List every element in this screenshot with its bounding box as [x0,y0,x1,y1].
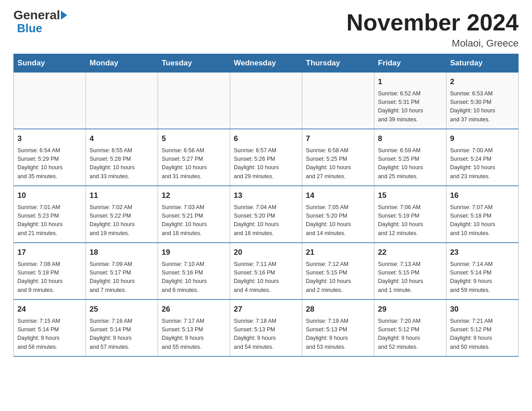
day-number: 20 [234,247,298,258]
day-number: 11 [90,190,154,201]
day-number: 27 [234,304,298,315]
day-number: 6 [234,133,298,145]
day-number: 16 [450,190,515,201]
cell-info: Sunrise: 6:55 AM Sunset: 5:28 PM Dayligh… [90,146,154,181]
day-number: 10 [17,190,82,201]
calendar-cell: 14Sunrise: 7:05 AM Sunset: 5:20 PM Dayli… [302,186,374,243]
day-number: 12 [162,190,226,201]
day-number: 26 [162,304,226,315]
day-number: 7 [306,133,370,145]
cell-info: Sunrise: 7:21 AM Sunset: 5:12 PM Dayligh… [450,317,515,352]
calendar-cell: 26Sunrise: 7:17 AM Sunset: 5:13 PM Dayli… [158,300,230,356]
logo: General [13,9,67,21]
calendar-cell: 29Sunrise: 7:20 AM Sunset: 5:12 PM Dayli… [374,300,446,356]
day-number: 19 [162,247,226,258]
header: General Blue November 2024 Molaoi, Greec… [13,9,519,49]
calendar-cell: 5Sunrise: 6:56 AM Sunset: 5:27 PM Daylig… [158,129,230,186]
calendar-cell: 10Sunrise: 7:01 AM Sunset: 5:23 PM Dayli… [14,186,86,243]
day-number: 9 [450,133,515,145]
calendar-cell: 8Sunrise: 6:59 AM Sunset: 5:25 PM Daylig… [374,129,446,186]
title-area: November 2024 Molaoi, Greece [347,9,519,49]
col-monday: Monday [86,54,158,73]
cell-info: Sunrise: 7:14 AM Sunset: 5:14 PM Dayligh… [450,260,515,295]
logo-blue-text: Blue [17,21,42,35]
col-saturday: Saturday [446,54,519,73]
calendar-cell: 11Sunrise: 7:02 AM Sunset: 5:22 PM Dayli… [86,186,158,243]
cell-info: Sunrise: 7:19 AM Sunset: 5:13 PM Dayligh… [306,317,370,352]
cell-info: Sunrise: 6:53 AM Sunset: 5:30 PM Dayligh… [450,90,515,124]
col-friday: Friday [374,54,446,73]
cell-info: Sunrise: 7:06 AM Sunset: 5:19 PM Dayligh… [378,203,442,238]
cell-info: Sunrise: 7:02 AM Sunset: 5:22 PM Dayligh… [90,203,154,238]
calendar-cell: 16Sunrise: 7:07 AM Sunset: 5:18 PM Dayli… [446,186,519,243]
calendar-table: Sunday Monday Tuesday Wednesday Thursday… [13,54,519,357]
cell-info: Sunrise: 6:57 AM Sunset: 5:26 PM Dayligh… [234,146,298,181]
calendar-cell: 24Sunrise: 7:15 AM Sunset: 5:14 PM Dayli… [14,300,86,356]
day-number: 3 [17,133,82,145]
calendar-cell: 21Sunrise: 7:12 AM Sunset: 5:15 PM Dayli… [302,243,374,300]
day-number: 8 [378,133,442,145]
cell-info: Sunrise: 7:01 AM Sunset: 5:23 PM Dayligh… [17,203,82,238]
calendar-title: November 2024 [347,9,519,36]
calendar-cell: 13Sunrise: 7:04 AM Sunset: 5:20 PM Dayli… [230,186,302,243]
calendar-cell [86,73,158,129]
calendar-cell: 27Sunrise: 7:18 AM Sunset: 5:13 PM Dayli… [230,300,302,356]
day-number: 21 [306,247,370,258]
calendar-week-row: 17Sunrise: 7:08 AM Sunset: 5:18 PM Dayli… [14,243,519,300]
day-number: 25 [90,304,154,315]
calendar-cell: 6Sunrise: 6:57 AM Sunset: 5:26 PM Daylig… [230,129,302,186]
day-number: 22 [378,247,442,258]
calendar-week-row: 24Sunrise: 7:15 AM Sunset: 5:14 PM Dayli… [14,300,519,356]
calendar-cell: 19Sunrise: 7:10 AM Sunset: 5:16 PM Dayli… [158,243,230,300]
cell-info: Sunrise: 7:13 AM Sunset: 5:15 PM Dayligh… [378,260,442,295]
day-number: 23 [450,247,515,258]
cell-info: Sunrise: 6:56 AM Sunset: 5:27 PM Dayligh… [162,146,226,181]
cell-info: Sunrise: 6:54 AM Sunset: 5:29 PM Dayligh… [17,146,82,181]
calendar-cell: 23Sunrise: 7:14 AM Sunset: 5:14 PM Dayli… [446,243,519,300]
cell-info: Sunrise: 7:04 AM Sunset: 5:20 PM Dayligh… [234,203,298,238]
day-number: 14 [306,190,370,201]
calendar-week-row: 10Sunrise: 7:01 AM Sunset: 5:23 PM Dayli… [14,186,519,243]
cell-info: Sunrise: 7:10 AM Sunset: 5:16 PM Dayligh… [162,260,226,295]
cell-info: Sunrise: 7:16 AM Sunset: 5:14 PM Dayligh… [90,317,154,352]
col-sunday: Sunday [14,54,86,73]
col-tuesday: Tuesday [158,54,230,73]
calendar-cell: 25Sunrise: 7:16 AM Sunset: 5:14 PM Dayli… [86,300,158,356]
day-number: 4 [90,133,154,145]
calendar-header-row: Sunday Monday Tuesday Wednesday Thursday… [14,54,519,73]
cell-info: Sunrise: 7:09 AM Sunset: 5:17 PM Dayligh… [90,260,154,295]
logo-arrow-icon [61,11,67,20]
cell-info: Sunrise: 6:59 AM Sunset: 5:25 PM Dayligh… [378,146,442,181]
calendar-cell [158,73,230,129]
calendar-cell: 17Sunrise: 7:08 AM Sunset: 5:18 PM Dayli… [14,243,86,300]
calendar-cell: 28Sunrise: 7:19 AM Sunset: 5:13 PM Dayli… [302,300,374,356]
cell-info: Sunrise: 6:52 AM Sunset: 5:31 PM Dayligh… [378,90,442,124]
cell-info: Sunrise: 7:03 AM Sunset: 5:21 PM Dayligh… [162,203,226,238]
cell-info: Sunrise: 7:20 AM Sunset: 5:12 PM Dayligh… [378,317,442,352]
day-number: 18 [90,247,154,258]
day-number: 30 [450,304,515,315]
calendar-cell: 9Sunrise: 7:00 AM Sunset: 5:24 PM Daylig… [446,129,519,186]
cell-info: Sunrise: 7:08 AM Sunset: 5:18 PM Dayligh… [17,260,82,295]
cell-info: Sunrise: 7:15 AM Sunset: 5:14 PM Dayligh… [17,317,82,352]
calendar-cell: 1Sunrise: 6:52 AM Sunset: 5:31 PM Daylig… [374,73,446,129]
cell-info: Sunrise: 7:00 AM Sunset: 5:24 PM Dayligh… [450,146,515,181]
calendar-cell: 2Sunrise: 6:53 AM Sunset: 5:30 PM Daylig… [446,73,519,129]
col-thursday: Thursday [302,54,374,73]
day-number: 15 [378,190,442,201]
logo-general-text: General [13,9,60,21]
calendar-cell: 15Sunrise: 7:06 AM Sunset: 5:19 PM Dayli… [374,186,446,243]
day-number: 17 [17,247,82,258]
day-number: 2 [450,76,515,88]
col-wednesday: Wednesday [230,54,302,73]
calendar-cell: 3Sunrise: 6:54 AM Sunset: 5:29 PM Daylig… [14,129,86,186]
calendar-week-row: 3Sunrise: 6:54 AM Sunset: 5:29 PM Daylig… [14,129,519,186]
calendar-week-row: 1Sunrise: 6:52 AM Sunset: 5:31 PM Daylig… [14,73,519,129]
calendar-cell [302,73,374,129]
calendar-cell [14,73,86,129]
calendar-body: 1Sunrise: 6:52 AM Sunset: 5:31 PM Daylig… [14,73,519,357]
cell-info: Sunrise: 7:05 AM Sunset: 5:20 PM Dayligh… [306,203,370,238]
calendar-cell: 7Sunrise: 6:58 AM Sunset: 5:25 PM Daylig… [302,129,374,186]
cell-info: Sunrise: 7:18 AM Sunset: 5:13 PM Dayligh… [234,317,298,352]
calendar-cell: 30Sunrise: 7:21 AM Sunset: 5:12 PM Dayli… [446,300,519,356]
